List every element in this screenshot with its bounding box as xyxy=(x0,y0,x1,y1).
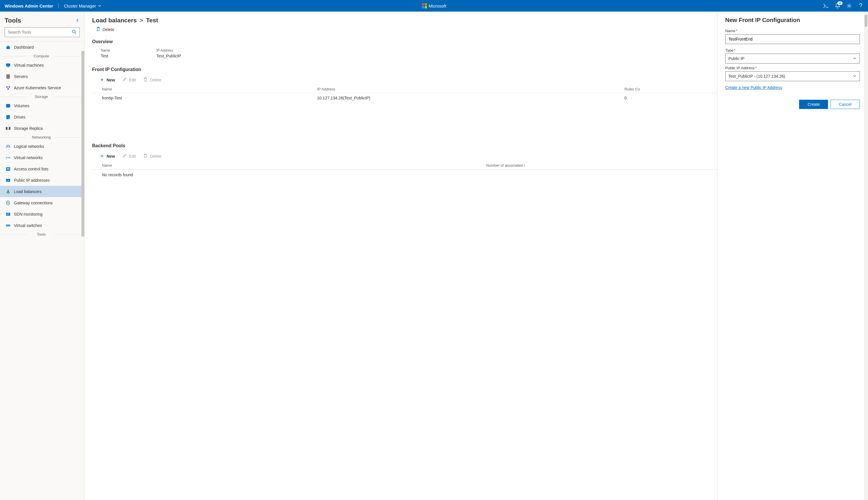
svg-point-19 xyxy=(8,157,9,158)
search-icon xyxy=(72,30,77,35)
create-button[interactable]: Create xyxy=(799,100,828,109)
sidebar-item-load-balancers[interactable]: Load balancers xyxy=(0,186,83,197)
delete-label: Delete xyxy=(150,78,161,82)
brand: Microsoft xyxy=(422,3,446,8)
context-label: Cluster Manager xyxy=(64,3,96,8)
sidebar-item-servers[interactable]: Servers xyxy=(0,71,83,82)
type-select[interactable]: Public IP xyxy=(725,54,860,64)
backend-delete-button: Delete xyxy=(143,154,161,159)
vm-icon xyxy=(6,63,10,68)
search-tools-input[interactable] xyxy=(5,27,80,37)
sidebar-item-vm[interactable]: Virtual machines xyxy=(0,59,83,71)
notifications-icon[interactable]: 12 xyxy=(835,3,840,8)
name-input[interactable] xyxy=(728,37,857,42)
svg-rect-33 xyxy=(8,225,8,226)
sidebar-item-label: Load balancers xyxy=(14,189,42,194)
svg-rect-1 xyxy=(425,3,427,5)
pip-value: Test_PublicIP - (10.127.134.26) xyxy=(728,74,785,79)
svg-rect-21 xyxy=(7,168,10,169)
frontip-new-button[interactable]: ＋ New xyxy=(99,77,115,83)
svg-point-26 xyxy=(7,192,8,193)
server-icon xyxy=(6,74,10,79)
trash-icon xyxy=(96,27,100,32)
col-ip[interactable]: IP Address xyxy=(307,85,614,93)
sidebar-item-logical-networks[interactable]: Logical networks xyxy=(0,140,83,152)
col-name[interactable]: Name xyxy=(92,161,477,170)
svg-rect-22 xyxy=(7,169,10,170)
aks-icon xyxy=(6,86,10,90)
volumes-icon xyxy=(6,103,10,108)
notification-badge: 12 xyxy=(837,1,843,5)
help-icon[interactable] xyxy=(858,3,863,8)
group-tools: Tools xyxy=(0,231,83,238)
name-field[interactable] xyxy=(725,34,860,44)
gear-icon[interactable] xyxy=(847,3,852,8)
group-compute: Compute xyxy=(0,53,83,59)
collapse-sidebar-icon[interactable] xyxy=(75,18,80,23)
product-name: Windows Admin Center xyxy=(5,3,53,8)
sidebar-item-vswitch[interactable]: Virtual switches xyxy=(0,220,83,231)
sidebar-item-label: Dashboard xyxy=(14,45,34,49)
breadcrumb-root[interactable]: Load balancers xyxy=(92,17,137,24)
scrollbar-thumb[interactable] xyxy=(81,51,84,237)
chevron-down-icon xyxy=(853,56,857,61)
context-switcher[interactable]: Cluster Manager xyxy=(64,3,101,8)
sidebar-item-dashboard[interactable]: Dashboard xyxy=(0,42,83,53)
sdn-icon xyxy=(6,212,10,217)
trash-icon xyxy=(143,77,148,83)
cancel-button[interactable]: Cancel xyxy=(830,100,860,109)
delete-label: Delete xyxy=(103,27,114,32)
sidebar-item-label: Gateway connections xyxy=(14,201,53,205)
logical-net-icon xyxy=(6,144,10,149)
pip-field-label: Public IP Address* xyxy=(725,66,860,70)
powershell-icon[interactable] xyxy=(823,3,829,8)
page-scrollbar[interactable] xyxy=(864,12,868,500)
sidebar-item-label: Virtual networks xyxy=(14,155,43,160)
new-frontip-panel: New Front IP Configuration Name* Type* P… xyxy=(717,12,868,500)
col-name[interactable]: Name xyxy=(92,85,307,93)
new-label: New xyxy=(107,78,115,82)
sidebar-item-drives[interactable]: Drives xyxy=(0,111,83,123)
sidebar-item-label: Azure Kubernetes Service xyxy=(14,86,61,90)
home-icon xyxy=(6,45,10,49)
search-input-field[interactable] xyxy=(8,30,72,34)
svg-rect-3 xyxy=(425,6,427,8)
sidebar-item-virtual-networks[interactable]: Virtual networks xyxy=(0,152,83,163)
edit-label: Edit xyxy=(129,78,136,82)
sidebar-item-gateway[interactable]: Gateway connections xyxy=(0,197,83,208)
plus-icon: ＋ xyxy=(99,77,104,83)
pencil-icon xyxy=(122,154,127,159)
sidebar-item-label: Public IP addresses xyxy=(14,178,49,183)
scrollbar-thumb[interactable] xyxy=(865,15,867,27)
microsoft-logo-icon xyxy=(422,3,427,8)
sidebar-item-volumes[interactable]: Volumes xyxy=(0,100,83,111)
type-value: Public IP xyxy=(728,56,744,61)
sidebar-item-public-ip[interactable]: IP Public IP addresses xyxy=(0,174,83,186)
svg-point-13 xyxy=(8,88,9,90)
sidebar-item-acl[interactable]: Access control lists xyxy=(0,163,83,174)
backend-new-button[interactable]: ＋ New xyxy=(99,153,115,159)
frontip-edit-button: Edit xyxy=(122,77,136,83)
svg-rect-9 xyxy=(7,76,10,77)
svg-rect-7 xyxy=(7,67,9,67)
pip-select[interactable]: Test_PublicIP - (10.127.134.26) xyxy=(725,71,860,81)
sidebar-item-aks[interactable]: Azure Kubernetes Service xyxy=(0,82,83,93)
create-pip-link[interactable]: Create a new Public IP Address xyxy=(725,85,782,90)
sidebar-item-storage-replica[interactable]: Storage Replica xyxy=(0,123,83,134)
svg-point-27 xyxy=(9,192,10,193)
svg-rect-18 xyxy=(9,127,10,130)
svg-point-5 xyxy=(72,30,75,33)
cell-ip: 10.127.134.26(Test_PublicIP) xyxy=(307,93,614,103)
svg-rect-34 xyxy=(9,225,10,226)
sidebar-item-sdn[interactable]: SDN monitoring xyxy=(0,208,83,220)
svg-point-29 xyxy=(8,202,9,204)
acl-icon xyxy=(6,167,10,171)
svg-point-4 xyxy=(848,5,850,7)
sidebar-scrollbar[interactable] xyxy=(81,51,84,500)
trash-icon xyxy=(143,154,148,159)
svg-rect-10 xyxy=(7,77,10,79)
svg-text:IP: IP xyxy=(7,179,9,182)
svg-rect-17 xyxy=(6,127,8,130)
sidebar-item-label: Drives xyxy=(14,115,25,120)
public-ip-icon: IP xyxy=(6,178,10,183)
